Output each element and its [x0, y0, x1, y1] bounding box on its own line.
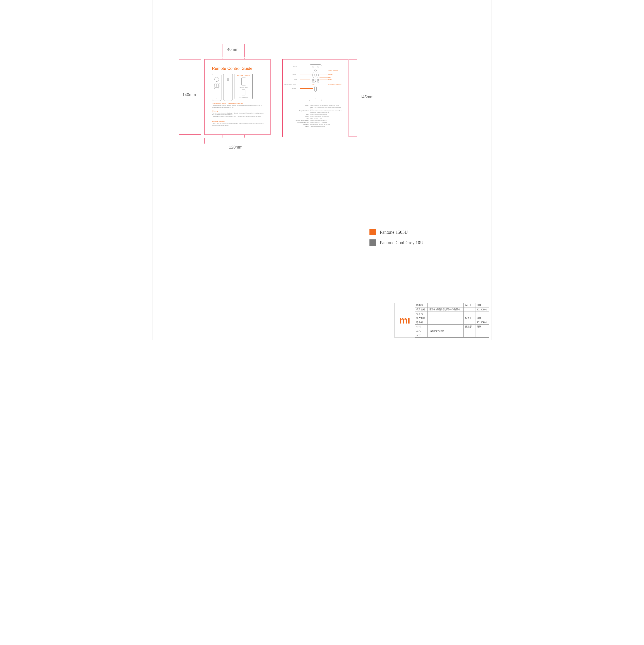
label-back: Back	[328, 77, 331, 78]
page-back: NETFLIX mi Power Google Assistant Confir…	[282, 59, 348, 137]
live-button-icon	[316, 84, 320, 85]
desc-val: Press to display a full list of apps.	[310, 114, 343, 116]
table-cell: 日期	[475, 325, 489, 329]
table-row: 材料批准于日期	[415, 325, 489, 329]
leader	[319, 70, 328, 70]
table-cell: 零件号	[415, 320, 427, 325]
title-block-table: 版本号设计于日期项目名称语音体感遥控器说明书印刷图板20150901项目号零件名…	[415, 303, 489, 338]
desc-val: Press to open Netflix homepage.	[310, 120, 343, 122]
desc-key: Direction:	[288, 124, 309, 126]
label-live: Shortcut key for Live TV	[328, 83, 342, 85]
table-cell	[475, 329, 489, 333]
mi-logo-text: mi	[216, 98, 217, 99]
section2-heading: 2. Pairing	[212, 110, 264, 112]
package-battery-icon	[242, 89, 245, 95]
dim-tick	[349, 137, 357, 137]
artboard: 40mm 140mm 145mm 120mm Remote Control Gu…	[152, 0, 492, 340]
leader	[300, 84, 310, 84]
label-apps: Apps	[294, 79, 297, 80]
table-cell	[464, 333, 475, 338]
dim-140mm: 140mm	[182, 92, 196, 97]
desc-val: Move the cursor up, down, left, or right…	[310, 124, 343, 126]
package-contents-heading: Package Contents	[237, 74, 250, 76]
desc-key: Power:	[288, 105, 309, 110]
table-cell	[427, 333, 464, 338]
desc-key: Google Assistant:	[288, 110, 309, 114]
section1-heading: 1. Please insert two No. 7 batteries pri…	[212, 102, 264, 104]
leader	[320, 77, 328, 78]
table-cell	[427, 316, 464, 320]
table-cell: 零件名称	[415, 316, 427, 320]
desc-row: Direction:Move the cursor up, down, left…	[288, 124, 343, 126]
leader	[321, 84, 328, 84]
label-direction: Direction	[328, 74, 333, 75]
table-cell: 项目名称	[415, 307, 427, 312]
desc-row: Confirm:Confirm the current selection.	[288, 126, 343, 128]
desc-key: Shortcut key for Live:	[288, 122, 309, 124]
section2-body: From device desktop, enter Settings > Re…	[212, 113, 264, 117]
table-cell: 20150901	[475, 307, 489, 312]
dim-tick	[179, 59, 201, 59]
label-power: Power	[293, 66, 297, 67]
section-pairing: 2. Pairing From device desktop, enter Se…	[212, 110, 264, 117]
label-netflix: Shortcut key for Netflix	[284, 83, 296, 85]
mi-logo-icon: mı	[399, 315, 410, 326]
label-confirm: Confirm	[292, 74, 296, 75]
package-remote-icon	[241, 77, 246, 85]
table-cell: 日期	[475, 316, 489, 320]
page-front: Remote Control Guide mi Package Contents…	[205, 59, 271, 135]
desc-row: Apps:Press to display a full list of app…	[288, 114, 343, 116]
section3-heading: Important Reminders	[212, 121, 264, 123]
section3-body: *Always keep the firmware of your TV/cab…	[212, 123, 264, 127]
table-row: 项目名称语音体感遥控器说明书印刷图板20150901	[415, 307, 489, 312]
leader	[300, 79, 310, 80]
mi-logo: mı	[395, 303, 415, 338]
table-cell	[464, 312, 475, 316]
table-cell: 材料	[415, 325, 427, 329]
dim-tick	[270, 138, 270, 144]
table-row: 尺寸	[415, 333, 489, 338]
button-diagram: NETFLIX mi Power Google Assistant Confir…	[283, 62, 348, 102]
package-remote-label: Remote Control	[240, 87, 248, 88]
swatch-orange-label: Pantone 1505U	[380, 230, 408, 235]
desc-val: Confirm the current selection.	[310, 126, 343, 128]
desc-row: Home:Press to open Android TV homepage.	[288, 116, 343, 118]
section1-body: Open the battery cover by applying press…	[212, 105, 264, 108]
label-home: Home	[328, 79, 332, 80]
table-row: 版本号设计于日期	[415, 303, 489, 307]
desc-val: Press to open Live TV homepage.	[310, 122, 343, 124]
table-cell: 项目号	[415, 312, 427, 316]
table-cell: 20150901	[475, 320, 489, 325]
desc-key: Back:	[288, 118, 309, 120]
netflix-button-icon: NETFLIX	[311, 84, 315, 85]
label-google: Google Assistant	[328, 69, 338, 71]
leader	[320, 74, 328, 75]
table-cell: 工艺	[415, 329, 427, 333]
page-title: Remote Control Guide	[212, 66, 270, 71]
table-cell: 设计于	[464, 303, 475, 307]
table-row: 工艺Pantone色印刷	[415, 329, 489, 333]
table-cell	[464, 329, 475, 333]
table-cell: Pantone色印刷	[427, 329, 464, 333]
swatch-grey-label: Pantone Cool Grey 10U	[380, 240, 423, 245]
desc-row: Google Assistant:Press and release the b…	[288, 110, 343, 114]
table-cell: 版本号	[415, 303, 427, 307]
desc-val: Press to open Android TV homepage.	[310, 116, 343, 118]
table-cell: 批准于	[464, 325, 475, 329]
swatch-orange: Pantone 1505U	[369, 229, 408, 235]
dim-tick	[244, 44, 245, 57]
desc-key: Home:	[288, 116, 309, 118]
leader	[300, 74, 312, 75]
desc-val: Return to previous page.	[310, 118, 343, 120]
title-block: mı 版本号设计于日期项目名称语音体感遥控器说明书印刷图板20150901项目号…	[394, 303, 489, 338]
swatch-orange-box	[369, 229, 376, 235]
dim-tick	[179, 134, 201, 135]
leader	[320, 79, 328, 80]
table-cell: 日期	[475, 303, 489, 307]
desc-key: Apps:	[288, 114, 309, 116]
section-reminders: Important Reminders *Always keep the fir…	[212, 121, 264, 127]
dim-120mm: 120mm	[229, 145, 243, 150]
table-cell	[427, 325, 464, 329]
package-contents-box: Package Contents Remote Control No. 7 Ba…	[235, 74, 253, 99]
volume-rocker-icon	[314, 86, 317, 91]
